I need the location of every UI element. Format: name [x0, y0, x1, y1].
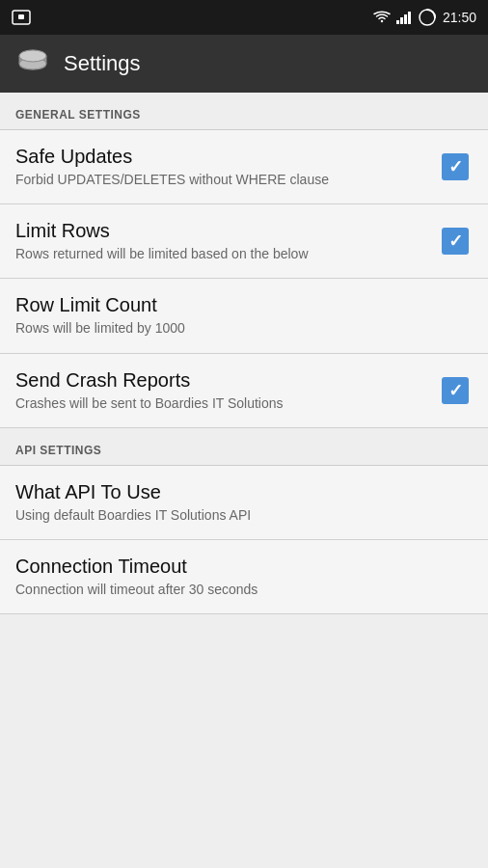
- toolbar-title: Settings: [64, 51, 141, 76]
- toolbar: Settings: [0, 35, 488, 93]
- checkbox-limit-rows[interactable]: ✓: [442, 228, 469, 255]
- svg-rect-3: [400, 17, 403, 24]
- setting-title-row-limit-count: Row Limit Count: [15, 294, 461, 316]
- setting-text-safe-updates: Safe Updates Forbid UPDATES/DELETES with…: [15, 146, 438, 188]
- setting-text-limit-rows: Limit Rows Rows returned will be limited…: [15, 220, 438, 262]
- checkbox-safe-updates[interactable]: ✓: [442, 153, 469, 180]
- api-settings-header: API SETTINGS: [0, 428, 488, 465]
- svg-rect-2: [396, 20, 399, 24]
- time-display: 21:50: [443, 10, 476, 25]
- checkbox-container-send-crash-reports[interactable]: ✓: [438, 373, 473, 408]
- setting-text-send-crash-reports: Send Crash Reports Crashes will be sent …: [15, 369, 438, 412]
- setting-item-row-limit-count[interactable]: Row Limit Count Rows will be limited by …: [0, 279, 488, 353]
- status-bar-right: 21:50: [373, 8, 476, 27]
- svg-rect-4: [404, 14, 407, 24]
- setting-title-send-crash-reports: Send Crash Reports: [15, 369, 426, 392]
- setting-subtitle-what-api: Using default Boardies IT Solutions API: [15, 506, 461, 524]
- general-settings-header: GENERAL SETTINGS: [0, 93, 488, 129]
- setting-title-connection-timeout: Connection Timeout: [15, 556, 461, 578]
- setting-item-what-api[interactable]: What API To Use Using default Boardies I…: [0, 466, 488, 540]
- setting-text-what-api: What API To Use Using default Boardies I…: [15, 481, 473, 524]
- database-icon: [15, 46, 50, 81]
- wifi-icon: [373, 11, 391, 24]
- setting-subtitle-connection-timeout: Connection will timeout after 30 seconds: [15, 581, 461, 598]
- setting-item-connection-timeout[interactable]: Connection Timeout Connection will timeo…: [0, 540, 488, 614]
- checkbox-send-crash-reports[interactable]: ✓: [442, 377, 469, 404]
- setting-item-limit-rows[interactable]: Limit Rows Rows returned will be limited…: [0, 204, 488, 279]
- battery-icon: [418, 8, 437, 27]
- signal-icon: [396, 11, 412, 24]
- setting-title-limit-rows: Limit Rows: [15, 220, 426, 242]
- svg-rect-1: [18, 14, 24, 19]
- status-bar-left: [12, 10, 31, 25]
- checkmark-safe-updates: ✓: [448, 158, 463, 176]
- checkmark-limit-rows: ✓: [448, 232, 463, 250]
- setting-title-safe-updates: Safe Updates: [15, 146, 426, 168]
- setting-text-connection-timeout: Connection Timeout Connection will timeo…: [15, 556, 473, 598]
- setting-subtitle-limit-rows: Rows returned will be limited based on t…: [15, 245, 426, 262]
- setting-subtitle-send-crash-reports: Crashes will be sent to Boardies IT Solu…: [15, 394, 426, 412]
- setting-item-send-crash-reports[interactable]: Send Crash Reports Crashes will be sent …: [0, 354, 488, 428]
- status-bar: 21:50: [0, 0, 488, 35]
- setting-subtitle-row-limit-count: Rows will be limited by 1000: [15, 319, 461, 337]
- checkmark-send-crash-reports: ✓: [448, 382, 463, 399]
- setting-title-what-api: What API To Use: [15, 481, 461, 503]
- screenshot-icon: [12, 10, 31, 25]
- settings-content: GENERAL SETTINGS Safe Updates Forbid UPD…: [0, 93, 488, 868]
- setting-subtitle-safe-updates: Forbid UPDATES/DELETES without WHERE cla…: [15, 171, 426, 188]
- checkbox-container-limit-rows[interactable]: ✓: [438, 224, 473, 258]
- svg-rect-5: [408, 12, 411, 24]
- setting-item-safe-updates[interactable]: Safe Updates Forbid UPDATES/DELETES with…: [0, 130, 488, 204]
- setting-text-row-limit-count: Row Limit Count Rows will be limited by …: [15, 294, 473, 337]
- checkbox-container-safe-updates[interactable]: ✓: [438, 149, 473, 184]
- svg-point-9: [19, 50, 46, 62]
